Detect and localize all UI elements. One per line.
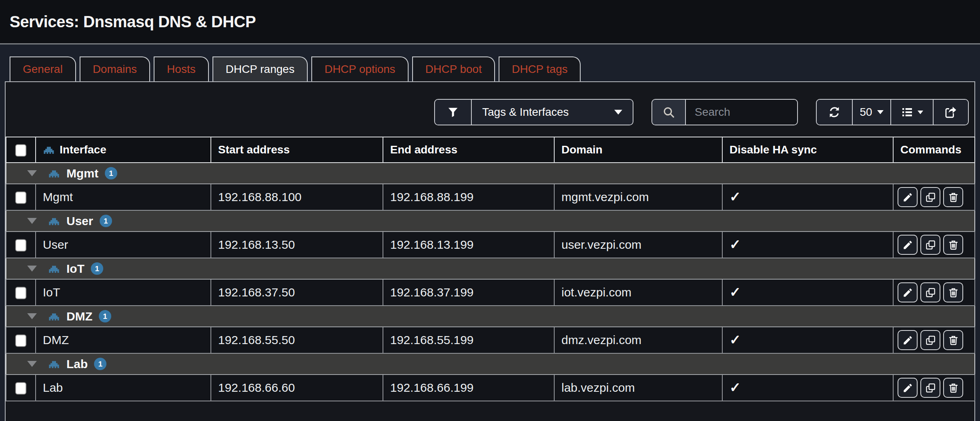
edit-button[interactable]	[898, 378, 918, 398]
chevron-down-icon	[877, 110, 884, 114]
start-address-cell: 192.168.66.60	[211, 375, 383, 401]
tab-dhcp-ranges[interactable]: DHCP ranges	[212, 56, 308, 81]
interface-group-row: DMZ1	[6, 306, 975, 327]
table-header-row: Interface Start address End address Doma…	[6, 137, 975, 163]
edit-pencil-icon	[902, 335, 913, 346]
copy-icon	[925, 287, 936, 298]
end-address-cell: 192.168.37.199	[383, 279, 554, 306]
end-address-cell: 192.168.55.199	[383, 327, 554, 353]
delete-button[interactable]	[943, 187, 963, 207]
export-icon	[944, 105, 958, 119]
group-count-badge: 1	[105, 167, 117, 179]
disable-ha-sync-cell: ✓	[722, 232, 893, 258]
filter-group: Tags & Interfaces	[434, 99, 633, 125]
check-icon: ✓	[729, 284, 741, 300]
copy-button[interactable]	[920, 282, 940, 302]
dhcp-range-row: User192.168.13.50192.168.13.199user.vezp…	[6, 232, 975, 258]
copy-icon	[925, 240, 936, 250]
domain-cell: lab.vezpi.com	[554, 375, 722, 401]
domain-cell: dmz.vezpi.com	[554, 327, 722, 353]
ethernet-icon	[48, 310, 60, 322]
select-all-checkbox[interactable]	[15, 144, 26, 157]
start-address-cell: 192.168.37.50	[211, 279, 383, 306]
ethernet-icon	[48, 167, 60, 179]
group-name: DMZ	[66, 310, 92, 323]
filter-type-dropdown[interactable]: Tags & Interfaces	[471, 100, 633, 125]
export-button[interactable]	[933, 100, 968, 125]
edit-button[interactable]	[898, 330, 918, 350]
trash-icon	[948, 287, 959, 298]
tab-domains[interactable]: Domains	[80, 56, 150, 81]
refresh-button[interactable]	[817, 100, 852, 125]
row-checkbox[interactable]	[15, 382, 26, 395]
end-address-cell: 192.168.66.199	[383, 375, 554, 401]
interface-cell: Mgmt	[36, 184, 211, 210]
domain-cell: user.vezpi.com	[554, 232, 722, 258]
collapse-group-caret[interactable]	[27, 218, 37, 224]
column-header-commands: Commands	[893, 137, 975, 163]
edit-pencil-icon	[902, 192, 913, 203]
copy-button[interactable]	[920, 330, 940, 350]
domain-cell: mgmt.vezpi.com	[554, 184, 722, 210]
page-size-value: 50	[860, 106, 872, 119]
search-input[interactable]	[685, 100, 797, 125]
commands-cell	[893, 184, 975, 210]
collapse-group-caret[interactable]	[27, 313, 37, 319]
row-checkbox[interactable]	[15, 191, 26, 204]
delete-button[interactable]	[943, 235, 963, 255]
end-address-cell: 192.168.13.199	[383, 232, 554, 258]
delete-button[interactable]	[943, 378, 963, 398]
copy-button[interactable]	[920, 378, 940, 398]
interface-cell: User	[36, 232, 211, 258]
edit-button[interactable]	[898, 187, 918, 207]
collapse-group-caret[interactable]	[27, 361, 37, 367]
dhcp-range-row: DMZ192.168.55.50192.168.55.199dmz.vezpi.…	[6, 327, 975, 353]
interface-cell: DMZ	[36, 327, 211, 353]
copy-button[interactable]	[920, 235, 940, 255]
tab-dhcp-options[interactable]: DHCP options	[311, 56, 409, 81]
ethernet-icon	[48, 215, 60, 227]
delete-button[interactable]	[943, 282, 963, 302]
tab-hosts[interactable]: Hosts	[154, 56, 209, 81]
row-checkbox[interactable]	[15, 287, 26, 299]
interface-group-row: IoT1	[6, 258, 975, 279]
commands-cell	[893, 279, 975, 306]
list-columns-icon	[901, 106, 914, 119]
end-address-cell: 192.168.88.199	[383, 184, 554, 210]
dhcp-range-row: Lab192.168.66.60192.168.66.199lab.vezpi.…	[6, 375, 975, 401]
disable-ha-sync-cell: ✓	[722, 327, 893, 353]
chevron-down-icon	[614, 110, 622, 115]
check-icon: ✓	[729, 189, 741, 204]
row-checkbox[interactable]	[15, 239, 26, 252]
collapse-group-caret[interactable]	[27, 266, 37, 272]
dhcp-range-row: Mgmt192.168.88.100192.168.88.199mgmt.vez…	[6, 184, 975, 210]
page-size-dropdown[interactable]: 50	[852, 100, 890, 125]
collapse-group-caret[interactable]	[27, 170, 37, 176]
column-header-domain: Domain	[554, 137, 722, 163]
row-checkbox[interactable]	[15, 334, 26, 347]
edit-button[interactable]	[898, 235, 918, 255]
filter-button[interactable]	[435, 100, 471, 125]
ethernet-icon	[43, 144, 55, 156]
tab-dhcp-boot[interactable]: DHCP boot	[412, 56, 495, 81]
delete-button[interactable]	[943, 330, 963, 350]
columns-dropdown[interactable]	[890, 100, 933, 125]
tab-bar: GeneralDomainsHostsDHCP rangesDHCP optio…	[10, 56, 975, 81]
start-address-cell: 192.168.55.50	[211, 327, 383, 353]
copy-icon	[925, 383, 936, 393]
ethernet-icon	[48, 358, 60, 370]
interface-group-row: Mgmt1	[6, 163, 975, 184]
edit-pencil-icon	[902, 287, 913, 298]
copy-icon	[925, 335, 936, 346]
tab-general[interactable]: General	[10, 56, 76, 81]
trash-icon	[948, 383, 959, 393]
filter-type-label: Tags & Interfaces	[482, 106, 569, 119]
edit-button[interactable]	[898, 282, 918, 302]
tab-dhcp-tags[interactable]: DHCP tags	[499, 56, 581, 81]
dhcp-ranges-table: Interface Start address End address Doma…	[6, 137, 975, 401]
copy-button[interactable]	[920, 187, 940, 207]
interface-cell: IoT	[36, 279, 211, 306]
edit-pencil-icon	[902, 240, 913, 250]
tab-content-panel: Tags & Interfaces	[5, 81, 975, 421]
group-name: Lab	[66, 357, 88, 371]
